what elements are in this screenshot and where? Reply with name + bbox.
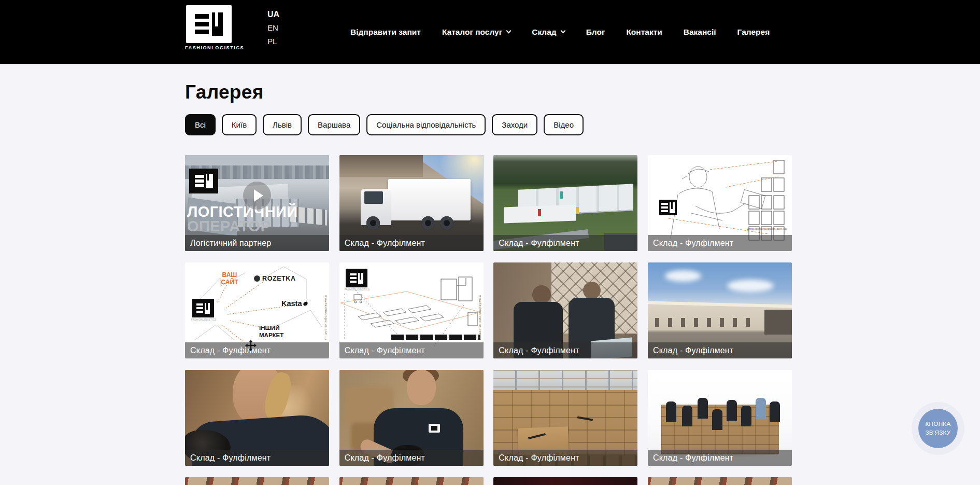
nav-warehouse[interactable]: Склад <box>532 27 564 37</box>
gallery-item[interactable]: Склад - Фулфілмент <box>493 370 637 466</box>
filter-social-responsibility[interactable]: Соціальна відповідальність <box>366 114 486 135</box>
cloud-art <box>665 270 701 282</box>
play-icon[interactable] <box>243 182 271 210</box>
other-market-label: ІНШИЙ МАРКЕТ <box>259 324 301 339</box>
gallery-item-partial[interactable] <box>493 477 637 485</box>
caption-text: Склад - Фулфілмент <box>653 346 733 355</box>
team-member-art <box>740 405 752 434</box>
gallery-item-partial[interactable] <box>648 477 792 485</box>
rozetka-label: ROZETKA <box>254 275 296 282</box>
lang-ua[interactable]: UA <box>267 9 279 19</box>
team-member-art <box>726 399 738 428</box>
caption-text: Склад - Фулфілмент <box>499 453 579 463</box>
caption-text: Склад - Фулфілмент <box>653 239 733 248</box>
gallery-item[interactable]: Склад - Фулфілмент <box>648 262 792 358</box>
rozetka-logo-icon <box>254 275 260 282</box>
kasta-logo-icon <box>303 301 308 306</box>
caption-text: Склад - Фулфілмент <box>345 239 425 248</box>
truck-trailer-art <box>388 179 470 220</box>
loading-dock-art <box>764 310 792 335</box>
filter-lviv[interactable]: Львів <box>263 114 302 135</box>
gallery-item-video[interactable]: ЛОГІСТИЧНИЙ ОПЕРАТОР Логістичний партнер <box>185 155 329 251</box>
fashionlogistics-watermark <box>659 200 677 215</box>
gallery-item[interactable]: Склад - Фулфілмент <box>493 155 637 251</box>
gallery-item[interactable]: www.fashionlogistics.com.ua Склад - Фулф… <box>648 155 792 251</box>
team-member-art <box>769 400 781 429</box>
contact-button-label: КНОПКА ЗВ'ЯЗКУ <box>918 409 958 448</box>
roofline-art <box>648 301 792 308</box>
gallery-item[interactable]: ВАШ САЙТ ROZETKA Kasta ІНШИЙ МАРКЕТ FASH… <box>185 262 329 358</box>
gallery-item[interactable]: FASHIONLOGISTICS www.fashionlogistics.co… <box>339 262 484 358</box>
video-overlay-title: ЛОГІСТИЧНИЙ ОПЕРАТОР <box>187 204 298 233</box>
kasta-text: Kasta <box>281 299 302 308</box>
filter-warsaw[interactable]: Варшава <box>308 114 360 135</box>
nav-blog[interactable]: Блог <box>586 27 605 37</box>
nav-label: Контакти <box>626 27 662 37</box>
caption-text: Склад - Фулфілмент <box>499 346 579 355</box>
gallery-caption: Склад - Фулфілмент <box>185 342 329 358</box>
gallery-item[interactable]: Склад - Фулфілмент <box>493 262 637 358</box>
cloud-art <box>727 280 774 292</box>
logo-l-glyph <box>212 12 223 36</box>
logo-patch-art <box>429 424 440 433</box>
fashionlogistics-watermark <box>189 169 218 193</box>
nav-label: Склад <box>532 27 556 37</box>
gallery-thumbnail <box>648 477 792 485</box>
caption-text: Склад - Фулфілмент <box>190 346 271 355</box>
nav-label: Відправити запит <box>350 27 421 37</box>
gallery-filters: Всі Київ Львів Варшава Соціальна відпові… <box>185 114 792 135</box>
nav-services-catalog[interactable]: Каталог послуг <box>442 27 510 37</box>
truck-window-art <box>364 191 383 204</box>
caption-text: Склад - Фулфілмент <box>345 346 425 355</box>
gallery-item-partial[interactable] <box>339 477 484 485</box>
filter-all[interactable]: Всі <box>185 114 216 135</box>
gallery-caption: Логістичний партнер <box>185 235 329 251</box>
person-head-art <box>407 370 436 405</box>
fashionlogistics-watermark <box>192 299 214 317</box>
gallery-item-partial[interactable] <box>185 477 329 485</box>
lang-en[interactable]: EN <box>267 23 279 33</box>
team-member-art <box>697 397 709 426</box>
fashionlogistics-logo-mark <box>186 5 232 43</box>
nav-gallery[interactable]: Галерея <box>737 27 770 37</box>
warehouse-doors-art <box>655 318 751 327</box>
gallery-item[interactable]: Склад - Фулфілмент <box>339 155 484 251</box>
contact-button-line2: ЗВ'ЯЗКУ <box>926 428 951 437</box>
filter-video[interactable]: Відео <box>544 114 584 135</box>
nav-vacancies[interactable]: Вакансії <box>684 27 716 37</box>
fashionlogistics-watermark <box>346 269 367 287</box>
logo-f-glyph <box>195 14 209 34</box>
gallery-thumbnail <box>339 477 484 485</box>
contact-button[interactable]: КНОПКА ЗВ'ЯЗКУ <box>912 403 964 454</box>
fashionlogistics-logo[interactable]: FASHIONLOGISTICS <box>185 5 233 50</box>
nav-contacts[interactable]: Контакти <box>626 27 662 37</box>
accent-art <box>538 209 541 216</box>
team-member-art <box>755 397 767 426</box>
main-nav: Відправити запит Каталог послуг Склад Бл… <box>350 0 770 64</box>
gallery-item[interactable]: Склад - Фулфілмент <box>185 370 329 466</box>
team-member-art <box>681 405 693 434</box>
nav-label: Каталог послуг <box>442 27 502 37</box>
gallery-caption: Склад - Фулфілмент <box>493 450 637 466</box>
gallery-item[interactable]: Склад - Фулфілмент <box>648 370 792 466</box>
contact-button-line1: КНОПКА <box>926 420 951 428</box>
lang-pl[interactable]: PL <box>267 37 279 46</box>
gallery-caption: Склад - Фулфілмент <box>339 235 484 251</box>
nav-label: Вакансії <box>684 27 716 37</box>
filter-kyiv[interactable]: Київ <box>222 114 257 135</box>
nav-send-request[interactable]: Відправити запит <box>350 27 421 37</box>
accent-art <box>560 191 563 199</box>
gallery-thumbnail <box>493 477 637 485</box>
page-title: Галерея <box>185 81 792 103</box>
gallery-caption: Склад - Фулфілмент <box>648 342 792 358</box>
website-url-text: www.fashionlogistics.com.ua <box>747 227 787 230</box>
logo-sub-text: FASHIONLOGISTICS <box>345 288 370 291</box>
gallery-page: Галерея Всі Київ Львів Варшава Соціальна… <box>185 64 792 485</box>
move-cursor-icon <box>245 340 257 351</box>
canopy-art <box>339 155 423 177</box>
caption-text: Склад - Фулфілмент <box>653 453 733 463</box>
team-member-art <box>711 408 723 437</box>
gallery-item[interactable]: Склад - Фулфілмент <box>339 370 484 466</box>
accent-art <box>576 207 579 214</box>
filter-events[interactable]: Заходи <box>492 114 537 135</box>
